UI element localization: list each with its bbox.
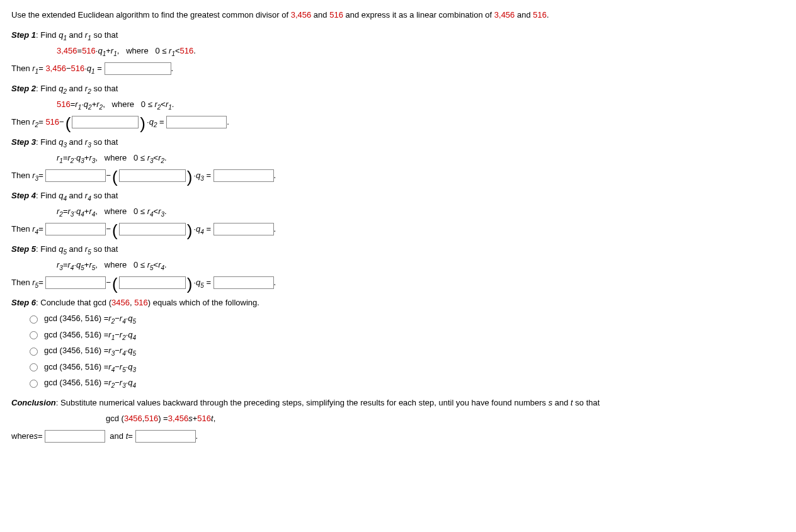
v: r3 [57,259,63,271]
v: q1 [59,30,67,40]
step6-option[interactable]: gcd (3456, 516) = r3 − r4 · q5 [26,344,785,357]
t: ) equals which of the following. [148,298,259,307]
v: r4 [89,205,95,218]
step5-paren-input[interactable] [119,276,186,289]
t: and [67,84,85,93]
v: q5 [128,344,136,357]
t: gcd (3456, 516) = [44,344,108,357]
t: so that [573,398,600,407]
t: gcd (3456, 516) = [44,312,108,325]
step6-option[interactable]: gcd (3456, 516) = r4 − r5 · q3 [26,361,785,373]
v: q1 [87,62,95,75]
t: . [164,205,167,218]
v: r1 [85,30,91,40]
step2-formula: 516 = r1 · q2 + r2, where 0 ≤ r2 < r1. [57,98,785,111]
t: = [63,152,68,164]
t: and express it as a linear combination o… [343,10,494,20]
v: r4 [120,312,126,325]
t: − [106,169,111,182]
radio-input[interactable] [30,315,38,324]
t: < [154,259,159,271]
label: Step 2 [11,84,36,93]
t: where 0 ≤ [105,98,155,111]
step2-paren-input[interactable] [72,116,139,128]
v: q4 [128,376,136,389]
step3-r3-input[interactable] [213,169,274,182]
step2-r2-input[interactable] [166,116,227,128]
t: and [67,191,85,200]
step4-r4-input[interactable] [213,223,274,235]
v: r4 [32,223,38,235]
t: : Find [36,137,59,147]
t: and [105,430,126,443]
v: r5 [32,276,38,289]
label: Step 4 [11,191,36,200]
v: q3 [59,137,67,147]
n: 516 [71,62,85,75]
step3-formula: r1 = r2 · q3 + r3, where 0 ≤ r3 < r2. [57,152,785,164]
radio-input[interactable] [30,380,38,388]
label: Step 1 [11,30,36,40]
radio-input[interactable] [30,348,38,356]
radio-input[interactable] [30,331,38,339]
label: Step 3 [11,137,36,147]
t: − [59,116,64,128]
t: . [547,10,549,20]
step5-a-input[interactable] [45,276,106,289]
v: q5 [196,276,204,289]
step5-r5-input[interactable] [213,276,274,289]
step1-formula: 3,456 = 516 · q1 + r1, where 0 ≤ r1 < 51… [57,45,785,57]
step3-a-input[interactable] [45,169,106,182]
t: = [38,430,43,443]
t: = [206,169,211,182]
n: 3,456 [168,412,189,425]
step1-r1-input[interactable] [105,62,171,75]
step3-paren-input[interactable] [119,169,186,182]
t: + [92,98,97,111]
v: r4 [158,259,164,271]
step6-option[interactable]: gcd (3456, 516) = r2 − r3 · q4 [26,376,785,389]
radio-input[interactable] [30,363,38,371]
t: so that [91,137,118,147]
conclusion-s-input[interactable] [45,430,105,443]
lparen: ( [64,118,72,129]
t: where 0 ≤ [98,205,147,218]
step4-a-input[interactable] [45,223,106,235]
v: r1 [32,62,38,75]
v: r4 [68,259,74,271]
t: + [84,205,89,218]
step6-option[interactable]: gcd (3456, 516) = r2 − r4 · q5 [26,312,785,325]
n: 516 [57,98,71,111]
step5-formula: r3 = r4 · q5 + r5, where 0 ≤ r5 < r4. [57,259,785,271]
t: . [274,223,276,235]
step4-formula: r2 = r3 · q4 + r4, where 0 ≤ r4 < r3. [57,205,785,218]
v: r2 [120,329,126,341]
t: where 0 ≤ [119,45,169,57]
t: = [38,276,43,289]
conclusion-t-input[interactable] [135,430,196,443]
rparen: ) [139,118,147,129]
v: r3 [89,152,95,164]
rparen: ) [186,171,194,183]
t: : Find [36,84,59,93]
n: 3,456 [291,10,312,20]
n: 3,456 [57,45,77,57]
rparen: ) [186,278,194,290]
n: 3,456 [45,62,66,75]
t: − [115,344,120,357]
t: = [71,98,76,111]
t: − [115,329,120,341]
n: 516 [134,298,148,307]
step6-option[interactable]: gcd (3456, 516) = r1 − r2 · q4 [26,329,785,341]
step4-paren-input[interactable] [119,223,186,235]
t: . [164,259,167,271]
v: r5 [147,259,154,271]
v: r1 [108,329,115,341]
t: − [115,376,120,389]
n: 516 [197,412,211,425]
t: : Conclude that gcd ( [36,298,111,307]
t: , [213,412,216,425]
v: r2 [158,152,164,164]
v: r1 [166,98,172,111]
step2-then: Then r2 = 516 − () · q2 = . [11,116,785,128]
